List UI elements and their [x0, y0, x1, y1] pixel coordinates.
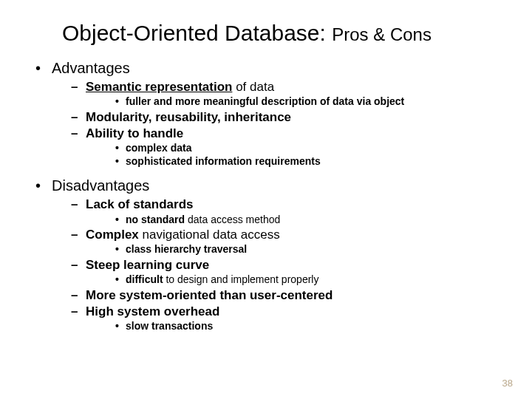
disadvantages-class-hierarchy: class hierarchy traversal	[27, 243, 505, 256]
complex-bold: Complex	[86, 228, 139, 242]
advantages-heading: Advantages	[27, 59, 505, 78]
slide-title: Object-Oriented Database: Pros & Cons	[62, 21, 505, 46]
content-list: Advantages Semantic representation of da…	[27, 59, 505, 333]
disadvantages-no-standard: no standard data access method	[27, 214, 505, 227]
difficult-bold: difficult	[126, 273, 163, 285]
advantages-complex-data: complex data	[27, 142, 505, 155]
page-number: 38	[502, 378, 513, 389]
slide: Object-Oriented Database: Pros & Cons Ad…	[0, 0, 532, 399]
disadvantages-overhead: High system overhead	[27, 304, 505, 319]
advantages-modularity: Modularity, reusability, inheritance	[27, 109, 505, 125]
complex-rest: navigational data access	[139, 228, 280, 242]
title-sub: Pros & Cons	[332, 24, 432, 44]
disadvantages-lack: Lack of standards	[27, 197, 505, 212]
difficult-rest: to design and implement properly	[163, 273, 319, 285]
semantic-underlined: Semantic representation	[86, 80, 232, 94]
disadvantages-steep: Steep learning curve	[27, 257, 505, 273]
title-main: Object-Oriented Database:	[62, 21, 332, 45]
disadvantages-system-oriented: More system-oriented than user-centered	[27, 287, 505, 303]
semantic-rest: of data	[232, 80, 274, 94]
advantages-sophisticated: sophisticated information requirements	[27, 155, 505, 168]
advantages-semantic: Semantic representation of data	[27, 79, 505, 95]
no-standard-bold: no standard	[126, 214, 185, 225]
advantages-fuller: fuller and more meaningful description o…	[27, 95, 505, 109]
advantages-ability: Ability to handle	[27, 126, 505, 141]
disadvantages-complex: Complex navigational data access	[27, 227, 505, 242]
disadvantages-difficult: difficult to design and implement proper…	[27, 273, 505, 287]
disadvantages-heading: Disadvantages	[27, 177, 505, 195]
disadvantages-slow: slow transactions	[27, 320, 505, 333]
no-standard-rest: data access method	[185, 214, 280, 225]
